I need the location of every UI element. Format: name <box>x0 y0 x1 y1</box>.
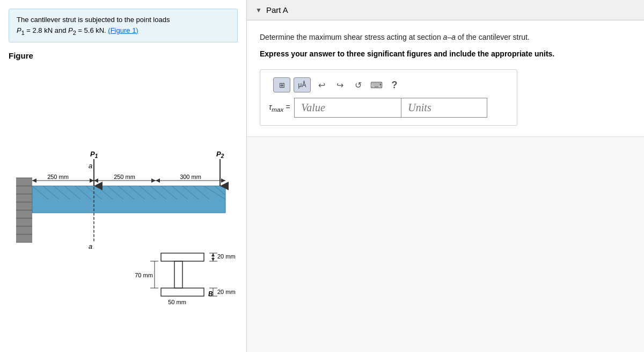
instruction-text: Express your answer to three significant… <box>260 48 631 60</box>
chevron-down-icon[interactable]: ▼ <box>255 6 262 14</box>
dim-label-50: 50 mm <box>168 299 186 305</box>
left-panel: The cantilever strut is subjected to the… <box>0 0 247 352</box>
dim-label-20-top: 20 mm <box>217 253 236 260</box>
diagram-svg: a a P1 P2 250 mm 250 mm 300 mm <box>11 103 236 307</box>
figure-label: Figure <box>9 51 238 60</box>
dim-label-20-bot: 20 mm <box>217 289 236 295</box>
section-label-a-top: a <box>89 162 92 170</box>
dim-label-250-1: 250 mm <box>47 174 69 180</box>
mu-icon: μÅ <box>298 81 306 89</box>
figure-area: a a P1 P2 250 mm 250 mm 300 mm <box>9 66 238 343</box>
tmax-label: τmax = <box>269 103 290 113</box>
mu-button[interactable]: μÅ <box>294 77 311 92</box>
section-label-a-bottom: a <box>89 242 92 250</box>
problem-text-line1: The cantilever strut is subjected to the… <box>17 16 170 24</box>
right-panel: ▼ Part A Determine the maximum shear str… <box>247 0 644 352</box>
cs-web <box>174 261 182 288</box>
p1-label: P1 <box>90 150 98 159</box>
dim-label-300: 300 mm <box>180 174 201 180</box>
redo-button[interactable]: ↪ <box>332 77 347 92</box>
beam-rect <box>32 186 225 213</box>
matrix-button[interactable]: ⊞ <box>273 77 290 92</box>
problem-p1-symbol: P1 = 2.8 kN and P2 = 5.6 kN. <box>17 26 106 34</box>
redo-icon: ↪ <box>336 80 343 90</box>
cs-flange-top <box>161 253 204 261</box>
input-row: τmax = <box>269 98 508 118</box>
refresh-icon: ↺ <box>355 80 362 90</box>
help-button[interactable]: ? <box>387 77 402 92</box>
part-a-title: Part A <box>266 5 288 15</box>
toolbar-row: ⊞ μÅ ↩ ↪ ↺ ⌨ ? <box>269 77 508 92</box>
refresh-button[interactable]: ↺ <box>350 77 365 92</box>
help-icon: ? <box>392 80 398 91</box>
answer-box: ⊞ μÅ ↩ ↪ ↺ ⌨ ? <box>260 69 517 126</box>
undo-button[interactable]: ↩ <box>314 77 329 92</box>
p2-label: P2 <box>216 150 224 159</box>
figure-link[interactable]: (Figure 1) <box>108 26 138 34</box>
cs-b-label: B <box>208 290 213 298</box>
keyboard-button[interactable]: ⌨ <box>369 77 384 92</box>
part-a-description: Determine the maximum shear stress actin… <box>260 31 631 43</box>
undo-icon: ↩ <box>318 80 325 90</box>
value-input[interactable] <box>294 98 401 118</box>
part-a-header: ▼ Part A <box>247 0 644 20</box>
cs-flange-bottom <box>161 288 204 296</box>
problem-statement: The cantilever strut is subjected to the… <box>9 9 238 42</box>
dim-label-250-2: 250 mm <box>114 174 135 180</box>
units-input[interactable] <box>401 98 487 118</box>
keyboard-icon: ⌨ <box>370 80 383 90</box>
matrix-icon: ⊞ <box>279 81 285 89</box>
part-a-content: Determine the maximum shear stress actin… <box>247 20 644 137</box>
dim-label-70: 70 mm <box>135 272 153 278</box>
